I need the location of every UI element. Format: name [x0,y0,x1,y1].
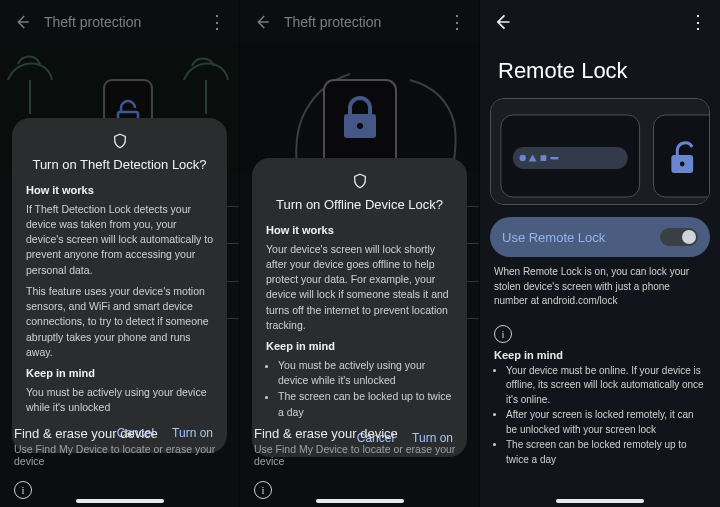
page-title: Remote Lock [480,44,720,90]
info-icon: i [494,325,512,343]
how-it-works-text-1: If Theft Detection Lock detects your dev… [26,202,213,278]
svg-rect-18 [550,157,558,159]
shield-icon [266,172,453,190]
more-vert-icon: ⋮ [689,13,707,31]
keep-in-mind-list: Your device must be online. If your devi… [506,364,706,468]
find-erase-title[interactable]: Find & erase your device [254,426,465,441]
keep-in-mind-item: Your device must be online. If your devi… [506,364,706,408]
how-it-works-text: Your device's screen will lock shortly a… [266,242,453,333]
panel-remote-lock: ⋮ Remote Lock [480,0,720,507]
keep-in-mind-heading: Keep in mind [494,349,706,361]
home-indicator[interactable] [556,499,644,503]
info-icon: i [254,481,272,499]
panel-theft-detection: Theft protection ⋮ [0,0,240,507]
info-icon: i [14,481,32,499]
remote-lock-description: When Remote Lock is on, you can lock you… [480,263,720,311]
how-it-works-text-2: This feature uses your device's motion s… [26,284,213,360]
header: ⋮ [480,0,720,44]
overflow-menu-button[interactable]: ⋮ [684,8,712,36]
svg-point-20 [680,162,685,167]
keep-in-mind-item: You must be actively using your device w… [278,358,453,388]
remote-lock-illustration [490,98,710,205]
home-indicator[interactable] [76,499,164,503]
how-it-works-heading: How it works [266,223,453,239]
toggle-label: Use Remote Lock [502,230,605,245]
back-button[interactable] [488,8,516,36]
dialog-title: Turn on Offline Device Lock? [266,196,453,215]
home-indicator[interactable] [316,499,404,503]
keep-in-mind-text: You must be actively using your device w… [26,385,213,415]
keep-in-mind-list: You must be actively using your device w… [278,358,453,420]
shield-icon [26,132,213,150]
find-erase-title[interactable]: Find & erase your device [14,426,225,441]
svg-point-15 [520,155,526,161]
keep-in-mind-item: After your screen is locked remotely, it… [506,408,706,437]
arrow-left-icon [492,12,512,32]
keep-in-mind-heading: Keep in mind [266,339,453,355]
theft-detection-dialog: Turn on Theft Detection Lock? How it wor… [12,118,227,453]
find-erase-subtitle: Use Find My Device to locate or erase yo… [254,443,465,467]
how-it-works-heading: How it works [26,183,213,199]
toggle-switch[interactable] [660,228,698,246]
find-erase-subtitle: Use Find My Device to locate or erase yo… [14,443,225,467]
dialog-title: Turn on Theft Detection Lock? [26,156,213,175]
svg-rect-17 [541,155,547,161]
keep-in-mind-item: The screen can be locked remotely up to … [506,438,706,467]
panel-offline-lock: Theft protection ⋮ [240,0,480,507]
use-remote-lock-toggle-row[interactable]: Use Remote Lock [490,217,710,257]
svg-rect-14 [513,147,628,169]
keep-in-mind-heading: Keep in mind [26,366,213,382]
